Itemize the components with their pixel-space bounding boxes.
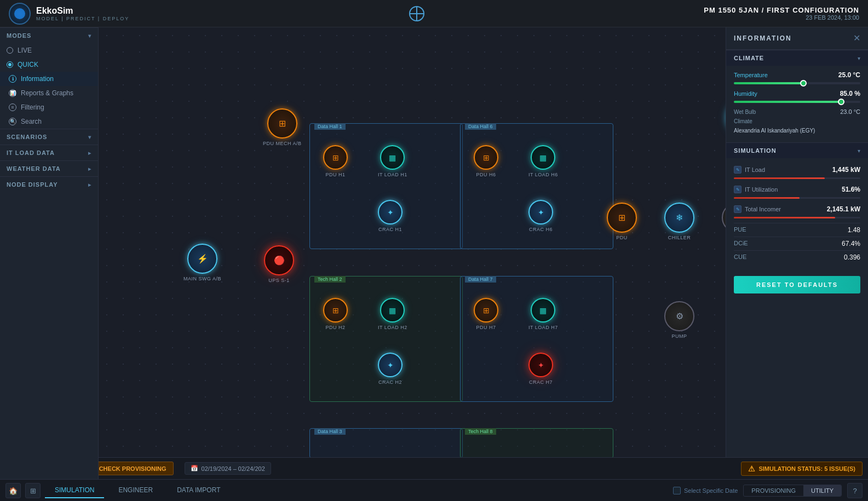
date-checkbox[interactable] <box>673 487 681 494</box>
climate-section-header[interactable]: CLIMATE ▾ <box>726 50 868 66</box>
sidebar-item-reports-graphs[interactable]: 📊 Reports & Graphs <box>0 86 98 100</box>
humidity-thumb[interactable] <box>838 99 844 105</box>
app-subtitle: MODEL | PREDICT | DEPLOY <box>36 16 129 21</box>
modes-section-header[interactable]: MODES ▾ <box>0 27 98 43</box>
pdu-h6-icon: ⊞ <box>474 145 498 170</box>
simulation-status-warning: ⚠ SIMULATION STATUS: 5 ISSUE(S) <box>741 462 863 476</box>
scenarios-chevron-icon: ▾ <box>88 134 91 140</box>
help-icon-button[interactable]: ? <box>847 483 863 498</box>
scenarios-section-header[interactable]: SCENARIOS ▾ <box>0 129 98 145</box>
sidebar-item-search[interactable]: 🔍 Search <box>0 114 98 129</box>
tech-hall-8-box: Tech Hall 8 <box>460 428 613 457</box>
it-load-h2-node[interactable]: ▦ IT LOAD H2 <box>378 298 407 330</box>
tab-data-import[interactable]: DATA IMPORT <box>167 483 230 498</box>
it-util-label: IT Utilization <box>745 186 778 193</box>
simulation-content: ✎ IT Load 1,445 kW ✎ IT Utilization 51.6… <box>726 158 868 269</box>
climate-chevron-icon: ▾ <box>858 55 860 61</box>
crac-h1-node[interactable]: ✦ CRAC H1 <box>378 200 403 232</box>
node-display-section-header[interactable]: NODE DISPLAY ▸ <box>0 176 98 192</box>
select-specific-date[interactable]: Select Specific Date <box>673 487 738 494</box>
live-label: LIVE <box>18 47 32 54</box>
data-hall-3-label: Data Hall 3 <box>314 428 346 435</box>
pdu-h2-node[interactable]: ⊞ PDU H2 <box>323 298 348 330</box>
main-canvas[interactable]: 💧 COOLING TOWER ⚡ MAIN SWG A/B 🔴 UPS S-1… <box>99 27 726 457</box>
pdu-h1-node[interactable]: ⊞ PDU H1 <box>323 145 348 177</box>
it-util-bar-fill <box>734 197 800 199</box>
temperature-row: Temperature 25.0 °C <box>734 71 860 79</box>
it-load-label: IT Load <box>745 166 765 173</box>
crac-h6-label: CRAC H6 <box>529 227 553 232</box>
simulation-chevron-icon: ▾ <box>858 148 860 154</box>
tab-utility[interactable]: UTILITY <box>803 485 841 496</box>
it-load-h2-icon: ▦ <box>380 298 405 323</box>
simulation-section-title: SIMULATION <box>734 147 777 154</box>
sidebar-item-information[interactable]: ℹ Information <box>0 72 98 86</box>
pdu-node[interactable]: ⊞ PDU <box>607 203 637 240</box>
sidebar-item-filtering[interactable]: ≡ Filtering <box>0 100 98 114</box>
wet-bulb-row: Wet Bulb 23.0 °C <box>734 108 860 115</box>
warning-icon: ⚠ <box>748 464 755 473</box>
cue-label: CUE <box>734 254 746 261</box>
chiller-node[interactable]: ❄ CHILLER <box>664 203 694 240</box>
total-incomer-edit-icon[interactable]: ✎ <box>734 205 741 213</box>
pdu-mech-node[interactable]: ⊞ PDU MECH A/B <box>263 108 302 146</box>
temperature-slider[interactable] <box>734 82 860 84</box>
crac-h2-node[interactable]: ✦ CRAC H2 <box>378 353 403 385</box>
dcie-row: DCiE 67.4% <box>734 237 860 250</box>
information-icon: ℹ <box>9 75 16 83</box>
tab-simulation[interactable]: SIMULATION <box>45 483 104 498</box>
data-hall-7-label: Data Hall 7 <box>465 276 496 283</box>
weather-data-section-header[interactable]: WEATHER DATA ▸ <box>0 160 98 176</box>
right-panel: INFORMATION ✕ CLIMATE ▾ Temperature 25.0… <box>726 27 868 457</box>
pump-top-node[interactable]: ⚙ PUMP <box>722 203 726 240</box>
pdu-h7-node[interactable]: ⊞ PDU H7 <box>474 298 498 330</box>
select-date-label: Select Specific Date <box>684 487 738 494</box>
pump-bottom-label: PUMP <box>671 333 687 339</box>
grid-icon-button[interactable]: ⊞ <box>25 483 41 498</box>
config-title: PM 1550 5JAN / FIRST CONFIGURATION <box>704 6 859 14</box>
ups-node[interactable]: 🔴 UPS S-1 <box>264 245 294 283</box>
it-load-edit-icon[interactable]: ✎ <box>734 166 741 174</box>
it-load-h6-node[interactable]: ▦ IT LOAD H6 <box>528 145 558 177</box>
home-icon-button[interactable]: 🏠 <box>5 483 21 498</box>
pdu-h2-icon: ⊞ <box>323 298 348 323</box>
it-util-edit-icon[interactable]: ✎ <box>734 186 741 193</box>
pump-bottom-icon: ⚙ <box>664 301 694 331</box>
simulation-section-header[interactable]: SIMULATION ▾ <box>726 142 868 158</box>
modes-chevron-icon: ▾ <box>88 33 91 39</box>
bottom-right-controls: Select Specific Date PROVISIONING UTILIT… <box>673 483 863 498</box>
it-load-data-section-header[interactable]: IT LOAD DATA ▸ <box>0 145 98 160</box>
status-text: SIMULATION STATUS: 5 ISSUE(S) <box>758 465 855 472</box>
climate-value: Alexandria Al Iskandariyah (EGY) <box>734 128 815 134</box>
sidebar-item-quick[interactable]: QUICK <box>0 57 98 72</box>
chiller-label: CHILLER <box>668 235 691 240</box>
crosshair-icon <box>409 6 424 21</box>
tab-engineer[interactable]: ENGINEER <box>108 483 163 498</box>
pue-row: PUE 1.48 <box>734 223 860 237</box>
temperature-thumb[interactable] <box>800 80 807 87</box>
humidity-slider[interactable] <box>734 101 860 103</box>
crac-h7-label: CRAC H7 <box>529 379 553 385</box>
panel-close-button[interactable]: ✕ <box>853 34 860 43</box>
main-swg-node[interactable]: ⚡ MAIN SWG A/B <box>183 244 221 281</box>
crac-h6-node[interactable]: ✦ CRAC H6 <box>528 200 553 232</box>
pdu-h6-node[interactable]: ⊞ PDU H6 <box>474 145 498 177</box>
logo-area: EkkoSim MODEL | PREDICT | DEPLOY <box>9 3 129 25</box>
reset-to-defaults-button[interactable]: RESET TO DEFAULTS <box>734 276 860 293</box>
crac-h7-node[interactable]: ✦ CRAC H7 <box>528 353 553 385</box>
date-range-picker[interactable]: 📅 02/19/2024 – 02/24/202 <box>185 462 271 475</box>
panel-title: INFORMATION <box>734 34 792 42</box>
dcie-label: DCiE <box>734 240 748 247</box>
panel-header: INFORMATION ✕ <box>726 27 868 50</box>
calendar-icon: 📅 <box>191 465 198 472</box>
it-load-h1-node[interactable]: ▦ IT LOAD H1 <box>378 145 407 177</box>
header-center <box>409 6 424 21</box>
pump-bottom-node[interactable]: ⚙ PUMP <box>664 301 694 339</box>
pdu-h7-label: PDU H7 <box>476 325 496 330</box>
information-label: Information <box>21 75 54 83</box>
it-load-h7-node[interactable]: ▦ IT LOAD H7 <box>528 298 558 330</box>
node-display-label: NODE DISPLAY <box>7 181 58 188</box>
it-load-h1-icon: ▦ <box>380 145 405 170</box>
sidebar-item-live[interactable]: LIVE <box>0 43 98 57</box>
tab-provisioning[interactable]: PROVISIONING <box>744 485 803 496</box>
